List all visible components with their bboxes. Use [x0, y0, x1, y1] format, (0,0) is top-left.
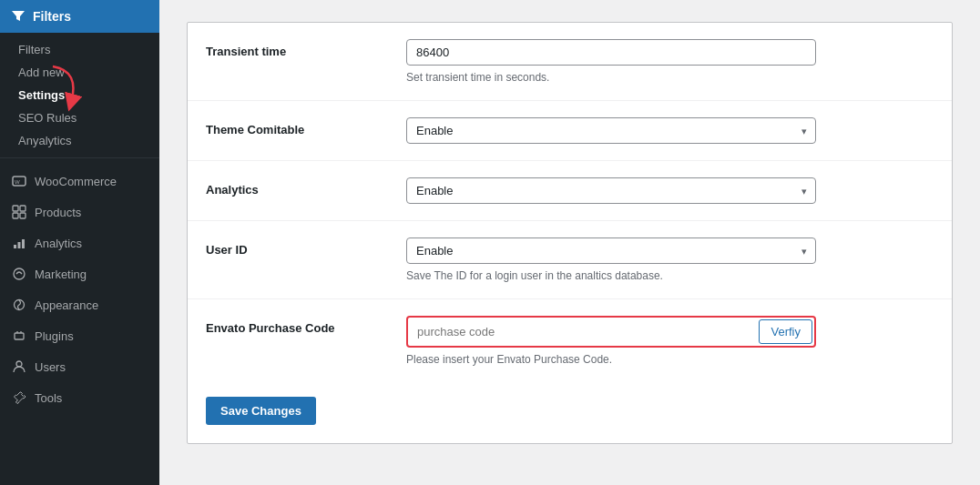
plugins-label: Plugins	[35, 329, 74, 343]
sidebar-item-products[interactable]: Products	[0, 197, 159, 227]
sidebar-nav: W WooCommerce Products	[0, 158, 159, 485]
sidebar-item-filters[interactable]: Filters	[0, 38, 159, 61]
theme-comitable-field: Enable Disable ▾	[406, 117, 934, 144]
user-id-hint: Save The ID for a login user in the anal…	[406, 269, 934, 282]
sidebar-item-analytics[interactable]: Analytics	[0, 227, 159, 258]
sidebar-item-plugins[interactable]: Plugins	[0, 320, 159, 351]
woocommerce-label: WooCommerce	[35, 175, 117, 188]
svg-rect-3	[20, 206, 26, 211]
sidebar-submenu: Filters Add new Settings SEO Rules Anyal…	[0, 33, 159, 158]
marketing-label: Marketing	[35, 268, 87, 281]
svg-rect-2	[13, 206, 18, 211]
transient-time-input[interactable]	[406, 39, 816, 66]
tools-label: Tools	[35, 391, 62, 405]
svg-point-9	[14, 268, 25, 279]
marketing-icon	[11, 266, 27, 282]
purchase-code-row: Envato Purchase Code Verfiy Please inser…	[188, 299, 952, 382]
theme-comitable-select-wrap: Enable Disable ▾	[406, 117, 816, 144]
user-id-row: User ID Enable Disable ▾ Save The ID for…	[188, 221, 952, 299]
sidebar-item-tools[interactable]: Tools	[0, 382, 159, 413]
theme-comitable-select[interactable]: Enable Disable	[406, 117, 816, 144]
sidebar-item-marketing[interactable]: Marketing	[0, 258, 159, 289]
purchase-code-label: Envato Purchase Code	[206, 316, 406, 335]
svg-rect-4	[13, 213, 18, 218]
funnel-icon	[11, 9, 26, 24]
transient-time-hint: Set transient time in seconds.	[406, 71, 934, 84]
analytics-label: Analytics	[35, 237, 82, 250]
user-id-select[interactable]: Enable Disable	[406, 237, 816, 264]
plugins-icon	[11, 328, 27, 344]
appearance-label: Appearance	[35, 298, 98, 312]
users-icon	[11, 359, 27, 375]
save-changes-button[interactable]: Save Changes	[206, 397, 316, 425]
transient-time-row: Transient time Set transient time in sec…	[188, 23, 952, 101]
svg-rect-7	[18, 242, 21, 248]
theme-comitable-row: Theme Comitable Enable Disable ▾	[188, 101, 952, 161]
svg-rect-6	[14, 245, 16, 248]
analytics-field: Enable Disable ▾	[406, 177, 934, 204]
sidebar-item-add-new[interactable]: Add new	[0, 61, 159, 84]
purchase-code-input[interactable]	[410, 320, 753, 343]
sidebar-item-seo-rules[interactable]: SEO Rules	[0, 106, 159, 129]
tools-icon	[11, 389, 27, 406]
sidebar-item-anyalytics[interactable]: Anyalytics	[0, 129, 159, 152]
svg-rect-5	[20, 213, 26, 218]
settings-form: Transient time Set transient time in sec…	[187, 22, 953, 444]
sidebar: Filters Filters Add new Settings SEO Rul…	[0, 0, 159, 485]
products-label: Products	[35, 206, 81, 219]
sidebar-item-appearance[interactable]: Appearance	[0, 289, 159, 320]
user-id-select-wrap: Enable Disable ▾	[406, 237, 816, 264]
transient-time-field: Set transient time in seconds.	[406, 39, 934, 84]
main-content: Transient time Set transient time in sec…	[159, 0, 980, 485]
analytics-select[interactable]: Enable Disable	[406, 177, 816, 204]
purchase-code-field: Verfiy Please insert your Envato Purchas…	[406, 316, 934, 366]
purchase-code-wrap: Verfiy	[406, 316, 816, 348]
woocommerce-icon: W	[11, 173, 27, 189]
analytics-select-wrap: Enable Disable ▾	[406, 177, 816, 204]
user-id-field: Enable Disable ▾ Save The ID for a login…	[406, 237, 934, 282]
users-label: Users	[35, 360, 66, 374]
products-icon	[11, 204, 27, 220]
svg-point-12	[16, 361, 22, 367]
svg-rect-8	[22, 239, 25, 248]
analytics-label: Analytics	[206, 177, 406, 197]
purchase-code-hint: Please insert your Envato Purchase Code.	[406, 353, 934, 366]
analytics-row: Analytics Enable Disable ▾	[188, 161, 952, 221]
sidebar-header-label: Filters	[33, 9, 71, 24]
sidebar-item-woocommerce[interactable]: W WooCommerce	[0, 166, 159, 197]
svg-rect-11	[15, 333, 24, 339]
sidebar-item-users[interactable]: Users	[0, 351, 159, 382]
theme-comitable-label: Theme Comitable	[206, 117, 406, 136]
sidebar-item-settings[interactable]: Settings	[0, 84, 159, 106]
verify-button[interactable]: Verfiy	[759, 319, 812, 344]
appearance-icon	[11, 297, 27, 313]
transient-time-label: Transient time	[206, 39, 406, 58]
sidebar-header[interactable]: Filters	[0, 0, 159, 33]
svg-text:W: W	[15, 179, 20, 185]
analytics-icon	[11, 235, 27, 251]
user-id-label: User ID	[206, 237, 406, 257]
